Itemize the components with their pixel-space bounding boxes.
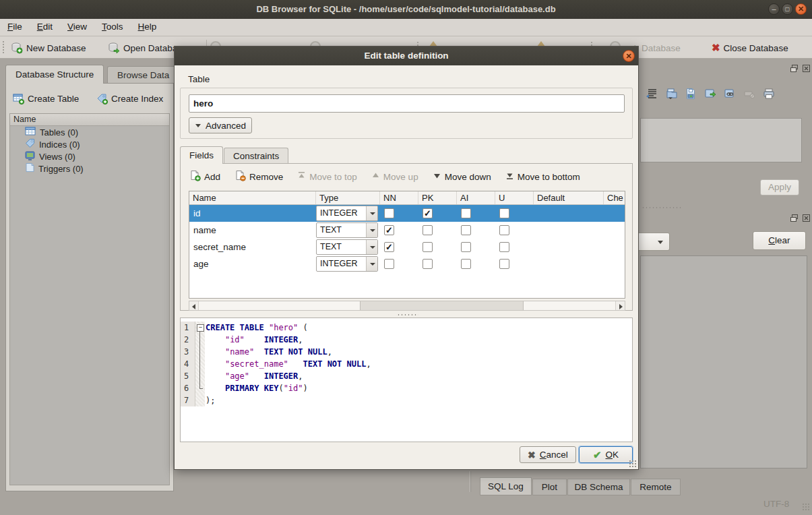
move-down-button[interactable]: Move down [433,170,491,183]
clear-log-button[interactable]: Clear [753,231,806,250]
link-icon[interactable] [724,88,736,102]
column-header-type[interactable]: Type [316,191,380,204]
menu-view[interactable]: View [60,19,94,35]
mode-icon[interactable] [646,88,658,102]
set-null-icon [743,88,755,102]
pk-checkbox[interactable] [423,225,433,235]
field-name-cell[interactable]: age [189,255,316,272]
new-database-button[interactable]: New Database [11,40,86,56]
import-icon[interactable] [665,88,677,102]
view-icon [25,151,35,162]
table-name-input[interactable]: hero [189,94,625,113]
u-checkbox[interactable] [499,225,509,235]
column-header-name[interactable]: Name [189,191,316,204]
window-title: DB Browser for SQLite - /home/user/code/… [0,0,812,19]
ai-checkbox[interactable] [461,242,471,252]
ai-checkbox[interactable] [461,225,471,235]
edit-cell-text-area[interactable] [640,118,802,162]
ai-checkbox[interactable] [461,208,471,218]
dock-splitter-handle[interactable] [642,206,682,209]
dock-float-icon[interactable] [790,64,799,73]
tab-fields[interactable]: Fields [180,146,223,164]
advanced-button[interactable]: Advanced [189,117,252,133]
menu-file[interactable]: File [0,19,30,35]
nn-checkbox[interactable] [384,208,394,218]
tree-item-tables-0[interactable]: Tables (0) [10,126,169,138]
dialog-splitter-handle[interactable] [397,313,418,316]
window-resize-grip[interactable] [802,503,810,511]
column-header-pk[interactable]: PK [418,191,457,204]
column-header-default[interactable]: Default [534,191,604,204]
field-type-dropdown[interactable]: INTEGER [316,256,378,272]
create-index-button[interactable]: Create Index [96,91,163,106]
bottom-tab-plot[interactable]: Plot [532,479,567,495]
tree-item-indices-0[interactable]: Indices (0) [10,138,169,150]
dialog-close-button[interactable]: ✕ [623,50,635,62]
move-to-bottom-button[interactable]: Move to bottom [505,170,580,183]
bottom-tab-remote[interactable]: Remote [631,479,681,495]
tree-item-triggers-0[interactable]: Triggers (0) [10,162,169,175]
field-row-id[interactable]: idINTEGER✓ [189,205,625,222]
scrollbar-thumb[interactable] [360,301,524,310]
maximize-button[interactable]: ▢ [782,3,793,15]
menu-edit[interactable]: Edit [30,19,60,35]
export-icon[interactable] [685,88,697,102]
dock-float-icon[interactable] [790,214,799,222]
u-checkbox[interactable] [499,259,509,269]
field-name-cell[interactable]: secret_name [189,239,316,255]
create-table-button[interactable]: Create Table [13,91,79,106]
field-type-dropdown[interactable]: TEXT [316,222,378,238]
sql-log-area[interactable] [640,255,807,468]
bottom-tab-db-schema[interactable]: DB Schema [567,479,630,495]
ok-button[interactable]: ✔ OK [579,446,633,463]
dialog-resize-grip[interactable] [629,460,636,467]
pk-checkbox[interactable] [423,259,433,269]
column-header-che[interactable]: Che [604,191,625,204]
column-header-ai[interactable]: AI [457,191,495,204]
field-name-cell[interactable]: id [189,205,316,222]
field-type-dropdown[interactable]: TEXT [316,239,378,255]
menu-help[interactable]: Help [131,19,164,35]
tab-browse-data[interactable]: Browse Data [107,66,174,84]
field-row-secret-name[interactable]: secret_nameTEXT✓ [189,239,625,255]
fields-table-header[interactable]: NameTypeNNPKAIUDefaultChe [189,191,625,205]
field-row-age[interactable]: ageINTEGER [189,255,625,272]
ai-checkbox[interactable] [461,259,471,269]
nn-checkbox[interactable] [384,259,394,269]
dock-close-icon[interactable] [802,64,811,73]
dialog-titlebar[interactable]: Edit table definition [175,47,638,65]
sql-preview: 1CREATE TABLE "hero" (2 "id" INTEGER,3 "… [180,317,633,442]
tree-header-name[interactable]: Name [10,114,169,126]
nn-checkbox[interactable]: ✓ [384,225,394,235]
minimize-button[interactable]: – [768,3,780,15]
tab-constraints[interactable]: Constraints [224,148,288,164]
u-checkbox[interactable] [499,208,509,218]
menu-tools[interactable]: Tools [94,19,131,35]
remove-icon [235,170,246,183]
tab-database-structure[interactable]: Database Structure [5,65,104,84]
u-checkbox[interactable] [499,242,509,252]
nn-checkbox[interactable]: ✓ [384,242,394,252]
field-type-dropdown[interactable]: INTEGER [316,206,378,221]
toolbar-drag-handle[interactable] [2,40,5,55]
pk-checkbox[interactable] [423,242,433,252]
tree-item-views-0[interactable]: Views (0) [10,150,169,162]
scroll-right-arrow[interactable] [615,301,625,310]
bottom-tab-sql-log[interactable]: SQL Log [480,477,532,495]
add-button[interactable]: Add [189,170,220,183]
pk-checkbox[interactable]: ✓ [423,208,433,218]
close-button[interactable]: ✕ [795,3,807,15]
cancel-button[interactable]: ✖ Cancel [520,446,576,463]
column-header-nn[interactable]: NN [380,191,418,204]
column-header-u[interactable]: U [495,191,534,204]
print-icon[interactable] [763,88,775,102]
field-name-cell[interactable]: name [189,222,316,239]
fold-marker-icon[interactable] [195,322,205,334]
field-row-name[interactable]: nameTEXT✓ [189,222,625,239]
fields-hscrollbar[interactable] [189,301,625,311]
apply-cell-icon[interactable] [704,88,716,102]
close-database-button[interactable]: ✖ Close Database [712,40,788,56]
remove-button[interactable]: Remove [235,170,283,183]
dock-close-icon[interactable] [802,214,811,222]
scroll-left-arrow[interactable] [189,301,199,310]
